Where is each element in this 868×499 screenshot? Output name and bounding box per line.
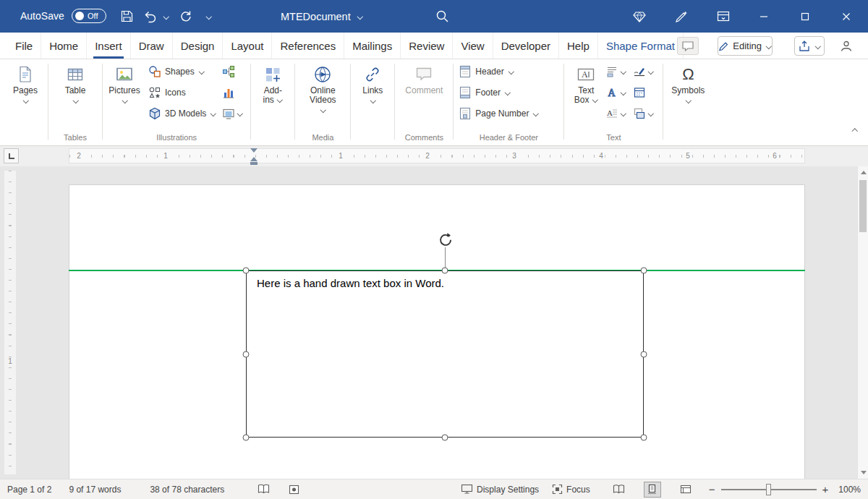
resize-handle-middle-left[interactable]: [243, 351, 250, 358]
rotation-handle-icon[interactable]: [438, 231, 454, 250]
ribbon-display-options-button[interactable]: [713, 0, 733, 33]
editing-mode-dropdown[interactable]: Editing: [718, 36, 773, 56]
resize-handle-top-right[interactable]: [641, 268, 647, 274]
display-settings-button[interactable]: Display Settings: [461, 484, 539, 495]
document-canvas[interactable]: Here is a hand drawn text box in Word.: [0, 166, 857, 479]
rotation-handle-stem: [445, 247, 446, 269]
undo-button[interactable]: [142, 0, 159, 33]
minimize-button[interactable]: [748, 0, 780, 33]
share-button[interactable]: [794, 36, 825, 56]
tab-view[interactable]: View: [453, 33, 493, 59]
redo-button[interactable]: [176, 0, 194, 33]
signature-line-button[interactable]: [631, 61, 658, 82]
horizontal-ruler[interactable]: 2 1 1 2 3 4 5 6: [69, 148, 805, 163]
online-videos-button[interactable]: Online Videos: [305, 61, 340, 113]
tab-design[interactable]: Design: [173, 33, 224, 59]
symbols-button[interactable]: Ω Symbols: [671, 61, 705, 103]
premium-features-button[interactable]: [629, 0, 650, 33]
chevron-down-icon: [532, 111, 539, 116]
footer-button[interactable]: Footer: [455, 82, 514, 103]
date-time-button[interactable]: [631, 82, 658, 103]
header-icon: [459, 65, 472, 78]
add-ins-button[interactable]: Add-ins: [260, 61, 286, 105]
pictures-button[interactable]: Pictures: [104, 61, 145, 103]
header-label: Header: [475, 67, 503, 77]
tab-insert[interactable]: Insert: [87, 33, 131, 59]
zoom-slider-thumb[interactable]: [766, 484, 771, 495]
tab-references[interactable]: References: [272, 33, 344, 59]
scroll-up-button[interactable]: [858, 166, 868, 179]
minimize-icon: [760, 12, 768, 21]
tab-layout[interactable]: Layout: [223, 33, 272, 59]
tab-home[interactable]: Home: [41, 33, 87, 59]
chevron-down-icon: [620, 90, 626, 95]
resize-handle-bottom-right[interactable]: [641, 435, 647, 441]
macro-recording[interactable]: [289, 485, 299, 495]
drop-cap-button[interactable]: A: [603, 103, 631, 124]
zoom-out-button[interactable]: −: [707, 483, 717, 495]
zoom-slider[interactable]: [721, 489, 817, 490]
text-box-button[interactable]: A Text Box: [569, 61, 603, 105]
print-layout-button[interactable]: [644, 482, 661, 498]
quick-parts-button[interactable]: [603, 61, 631, 82]
chevron-down-icon: [504, 90, 511, 95]
resize-handle-middle-right[interactable]: [641, 351, 647, 358]
chevron-down-icon: [72, 98, 79, 103]
resize-handle-top-left[interactable]: [243, 268, 250, 274]
collapse-ribbon-button[interactable]: [851, 123, 858, 136]
table-button[interactable]: Table: [65, 61, 86, 103]
tab-help[interactable]: Help: [559, 33, 598, 59]
text-box-shape[interactable]: Here is a hand drawn text box in Word.: [246, 270, 644, 438]
shapes-button[interactable]: Shapes: [145, 61, 220, 82]
document-title[interactable]: MTEDocument: [281, 0, 363, 33]
links-button[interactable]: Links: [362, 61, 383, 103]
tab-developer[interactable]: Developer: [493, 33, 559, 59]
first-line-indent-marker[interactable]: [250, 148, 258, 153]
3d-models-button[interactable]: 3D Models: [145, 103, 220, 124]
scrollbar-thumb[interactable]: [859, 180, 867, 232]
whats-new-button[interactable]: [671, 0, 692, 33]
left-tab-icon: [9, 153, 14, 159]
header-button[interactable]: Header: [455, 61, 517, 82]
character-count[interactable]: 38 of 78 characters: [150, 485, 224, 495]
web-layout-button[interactable]: [677, 482, 694, 498]
comments-button[interactable]: [677, 37, 699, 55]
proofing-status[interactable]: [258, 484, 270, 495]
focus-button[interactable]: Focus: [552, 484, 590, 495]
maximize-button[interactable]: [789, 0, 821, 33]
object-button[interactable]: [631, 103, 658, 124]
hanging-indent-triangle: [250, 157, 258, 161]
quick-access-toolbar-dropdown[interactable]: [203, 0, 214, 33]
scroll-down-button[interactable]: [858, 466, 868, 479]
pages-button[interactable]: Pages: [13, 61, 38, 103]
tab-file[interactable]: File: [7, 33, 41, 59]
screenshot-button[interactable]: [220, 103, 249, 124]
zoom-level[interactable]: 100%: [838, 485, 861, 495]
tab-draw[interactable]: Draw: [131, 33, 173, 59]
resize-handle-top-center[interactable]: [442, 268, 448, 274]
resize-handle-bottom-center[interactable]: [442, 435, 448, 441]
zoom-in-button[interactable]: +: [821, 483, 830, 495]
read-mode-button[interactable]: [610, 482, 628, 498]
save-button[interactable]: [117, 0, 136, 33]
undo-dropdown[interactable]: [161, 0, 171, 33]
icons-button[interactable]: Icons: [145, 82, 220, 103]
close-button[interactable]: [830, 0, 862, 33]
hanging-indent-marker[interactable]: [250, 157, 258, 165]
tab-shape-format[interactable]: Shape Format: [598, 33, 684, 59]
tab-mailings[interactable]: Mailings: [344, 33, 401, 59]
tab-review[interactable]: Review: [401, 33, 453, 59]
word-count[interactable]: 9 of 17 words: [69, 485, 121, 495]
comment-button[interactable]: Comment: [405, 61, 443, 95]
chart-button[interactable]: [220, 82, 249, 103]
wordart-button[interactable]: A: [603, 82, 631, 103]
vertical-scrollbar[interactable]: [857, 166, 868, 479]
smartart-button[interactable]: [220, 61, 249, 82]
account-button[interactable]: [836, 37, 856, 55]
autosave-toggle[interactable]: Off: [72, 9, 106, 23]
resize-handle-bottom-left[interactable]: [243, 435, 250, 441]
search-button[interactable]: [433, 0, 451, 33]
page-number-button[interactable]: Page Number: [455, 103, 542, 124]
page-indicator[interactable]: Page 1 of 2: [7, 485, 51, 495]
tab-stop-selector[interactable]: [4, 148, 19, 163]
